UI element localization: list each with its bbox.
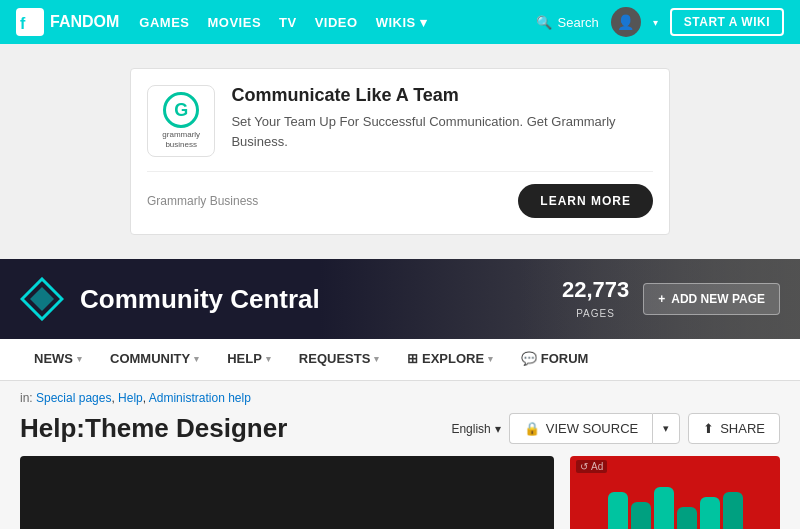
main-content: Fansity ✗ This video file cannot be play…	[20, 456, 554, 529]
subnav-forum[interactable]: 💬 FORUM	[507, 339, 602, 380]
ad-label: ↺ Ad	[576, 460, 607, 473]
svg-marker-3	[30, 287, 54, 311]
nav-wikis[interactable]: WIKIS ▾	[376, 15, 428, 30]
page-area: in: Special pages, Help, Administration …	[0, 381, 800, 444]
bottle-3	[654, 487, 674, 530]
chevron-down-icon: ▾	[495, 422, 501, 436]
page-title: Help:Theme Designer	[20, 413, 287, 444]
page-count-label: PAGES	[576, 308, 615, 319]
breadcrumb-admin[interactable]: Administration help	[149, 391, 251, 405]
top-nav-links: GAMES MOVIES TV VIDEO WIKIS ▾	[139, 15, 427, 30]
search-box[interactable]: 🔍 Search	[536, 15, 599, 30]
magic-retouch-ad: MAGICRETOUCH 25	[608, 487, 743, 530]
product-bottles	[608, 487, 743, 530]
breadcrumb-help[interactable]: Help	[118, 391, 143, 405]
learn-more-button[interactable]: LEARN MORE	[518, 184, 653, 218]
content-wrapper: Fansity ✗ This video file cannot be play…	[0, 456, 800, 529]
page-actions: English ▾ 🔒 VIEW SOURCE ▾ ⬆ SHARE	[451, 413, 780, 444]
ad-text-label: Ad	[591, 461, 603, 472]
nav-video[interactable]: VIDEO	[315, 15, 358, 30]
subnav-explore[interactable]: ⊞ EXPLORE ▾	[393, 339, 507, 380]
view-source-dropdown-button[interactable]: ▾	[652, 413, 680, 444]
breadcrumb: in: Special pages, Help, Administration …	[20, 391, 780, 405]
breadcrumb-special[interactable]: Special pages	[36, 391, 111, 405]
share-button[interactable]: ⬆ SHARE	[688, 413, 780, 444]
top-navigation: f FANDOM GAMES MOVIES TV VIDEO WIKIS ▾ 🔍…	[0, 0, 800, 44]
subnav-news[interactable]: NEWS ▾	[20, 339, 96, 380]
search-label: Search	[558, 15, 599, 30]
bottle-6	[723, 492, 743, 530]
sidebar-ad: ↺ Ad MAGICRETOUCH 25	[570, 456, 780, 529]
bottle-5	[700, 497, 720, 530]
subnav-help[interactable]: HELP ▾	[213, 339, 285, 380]
top-nav-right: 🔍 Search 👤 ▾ START A WIKI	[536, 7, 784, 37]
refresh-icon: ↺	[580, 461, 588, 472]
subnav-community[interactable]: COMMUNITY ▾	[96, 339, 213, 380]
page-header: Help:Theme Designer English ▾ 🔒 VIEW SOU…	[20, 413, 780, 444]
sidebar: ↺ Ad MAGICRETOUCH 25	[570, 456, 780, 529]
start-wiki-button[interactable]: START A WIKI	[670, 8, 784, 36]
fandom-logo[interactable]: f FANDOM	[16, 8, 119, 36]
lock-icon: 🔒	[524, 421, 540, 436]
wiki-subnav: NEWS ▾ COMMUNITY ▾ HELP ▾ REQUESTS ▾ ⊞ E…	[0, 339, 800, 381]
bottle-4	[677, 507, 697, 530]
wiki-header: Community Central 22,773 PAGES + ADD NEW…	[0, 259, 800, 339]
nav-games[interactable]: GAMES	[139, 15, 189, 30]
view-source-button[interactable]: 🔒 VIEW SOURCE	[509, 413, 652, 444]
wiki-logo	[20, 277, 64, 321]
share-icon: ⬆	[703, 421, 714, 436]
bottle-1	[608, 492, 628, 530]
grammarly-logo: G grammarlybusiness	[147, 85, 215, 157]
fandom-logo-text: FANDOM	[50, 13, 119, 31]
bottle-2	[631, 502, 651, 530]
fandom-logo-icon: f	[16, 8, 44, 36]
ad-headline: Communicate Like A Team	[231, 85, 653, 106]
fandom-diamond-icon	[20, 277, 64, 321]
subnav-requests[interactable]: REQUESTS ▾	[285, 339, 394, 380]
chevron-down-icon: ▾	[653, 17, 658, 28]
grammarly-g-icon: G	[163, 92, 199, 128]
nav-tv[interactable]: TV	[279, 15, 297, 30]
search-icon: 🔍	[536, 15, 552, 30]
ad-footer: Grammarly Business LEARN MORE	[147, 171, 653, 218]
wiki-header-right: 22,773 PAGES + ADD NEW PAGE	[562, 277, 780, 321]
view-source-group: 🔒 VIEW SOURCE ▾	[509, 413, 680, 444]
video-player[interactable]: Fansity ✗ This video file cannot be play…	[20, 456, 554, 529]
ad-text: Communicate Like A Team Set Your Team Up…	[231, 85, 653, 151]
language-selector[interactable]: English ▾	[451, 422, 500, 436]
ad-banner: G grammarlybusiness Communicate Like A T…	[130, 68, 670, 235]
nav-movies[interactable]: MOVIES	[208, 15, 262, 30]
page-count-number: 22,773	[562, 277, 629, 303]
breadcrumb-prefix: in:	[20, 391, 36, 405]
view-source-label: VIEW SOURCE	[546, 421, 638, 436]
page-count: 22,773 PAGES	[562, 277, 629, 321]
svg-text:f: f	[20, 15, 26, 32]
language-label: English	[451, 422, 490, 436]
share-label: SHARE	[720, 421, 765, 436]
user-avatar[interactable]: 👤	[611, 7, 641, 37]
add-page-label: ADD NEW PAGE	[671, 292, 765, 306]
grammarly-label: grammarlybusiness	[162, 130, 200, 149]
wiki-title: Community Central	[80, 284, 320, 315]
ad-body: Set Your Team Up For Successful Communic…	[231, 112, 653, 151]
plus-icon: +	[658, 292, 665, 306]
ad-source: Grammarly Business	[147, 194, 258, 208]
add-new-page-button[interactable]: + ADD NEW PAGE	[643, 283, 780, 315]
